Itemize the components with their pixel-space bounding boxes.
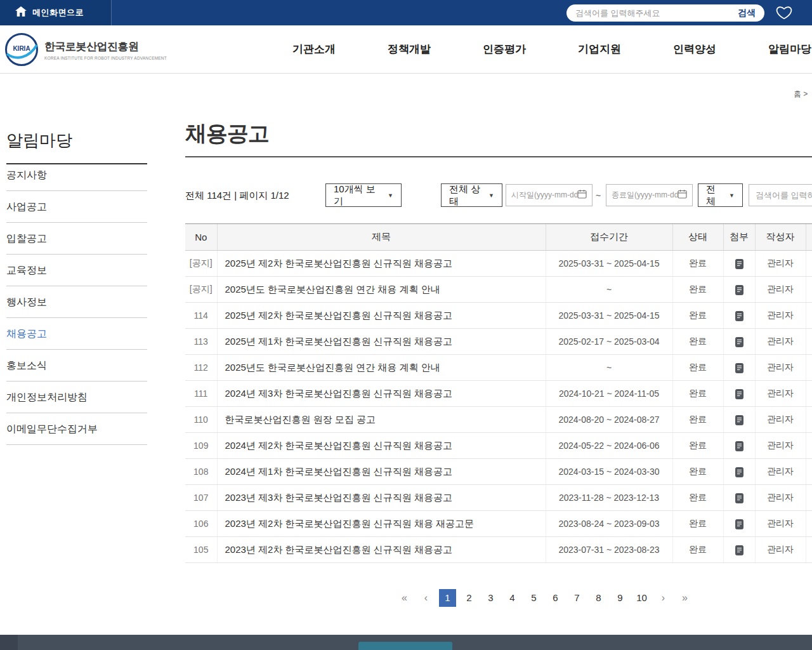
logo-subtitle: KOREA INSTITUTE FOR ROBOT INDUSTRY ADVAN… xyxy=(44,56,167,60)
nav-item-hr-training[interactable]: 인력양성 xyxy=(647,25,742,74)
row-number: 108 xyxy=(185,459,217,485)
start-date-input[interactable]: 시작일(yyyy-mm-dd) xyxy=(506,184,593,206)
post-title-link[interactable]: 2023년 제2차 한국로봇산업진흥원 신규직원 채용공고 xyxy=(217,537,546,563)
attachment-file-icon xyxy=(735,388,743,399)
page-size-select[interactable]: 10개씩 보기 ▼ xyxy=(325,183,402,207)
calendar-icon[interactable] xyxy=(577,189,587,201)
pagination-prev[interactable]: ‹ xyxy=(417,589,435,607)
attachment-file-icon xyxy=(735,414,743,425)
pagination-first[interactable]: « xyxy=(396,589,413,607)
nav-item-about[interactable]: 기관소개 xyxy=(266,25,362,74)
sidebar-item-education-info[interactable]: 교육정보 xyxy=(6,255,147,286)
nav-item-certification[interactable]: 인증평가 xyxy=(457,25,552,74)
sidebar-item-privacy-policy[interactable]: 개인정보처리방침 xyxy=(6,381,147,413)
board-row: 1062023년 제2차 한국로봇산업진흥원 신규직원 채용 재공고문2023-… xyxy=(185,511,812,537)
application-period: 2023-08-24 ~ 2023-09-03 xyxy=(546,511,672,537)
row-number: 112 xyxy=(185,355,217,381)
search-field-value: 전체 xyxy=(706,183,724,208)
site-search-button[interactable]: 검색 xyxy=(738,8,756,19)
sidebar-item-notice[interactable]: 공지사항 xyxy=(6,159,147,191)
pagination-next[interactable]: › xyxy=(655,589,672,607)
post-title-link[interactable]: 2025년도 한국로봇산업진흥원 연간 채용 계획 안내 xyxy=(217,277,546,303)
views-cell xyxy=(806,485,812,511)
logo-title: 한국로봇산업진흥원 xyxy=(44,39,167,54)
pagination-page-7[interactable]: 7 xyxy=(568,589,586,607)
pagination-page-6[interactable]: 6 xyxy=(547,589,564,607)
heart-icon[interactable] xyxy=(775,6,793,23)
application-period: 2023-11-28 ~ 2023-12-13 xyxy=(546,485,672,511)
main-navigation: 기관소개정책개발인증평가기업지원인력양성알림마당 xyxy=(266,25,812,74)
chevron-down-icon: ▼ xyxy=(388,192,393,199)
calendar-icon[interactable] xyxy=(678,189,687,201)
attachment-file-icon xyxy=(735,284,743,295)
views-cell xyxy=(806,459,812,485)
status-label: 완료 xyxy=(672,485,723,511)
status-label: 완료 xyxy=(672,251,723,277)
pagination-page-4[interactable]: 4 xyxy=(504,589,521,607)
sidebar-item-event-info[interactable]: 행사정보 xyxy=(6,286,147,318)
sidebar-item-recruitment[interactable]: 채용공고 xyxy=(6,318,147,350)
pagination-page-10[interactable]: 10 xyxy=(633,589,650,607)
post-title-link[interactable]: 2025년 제2차 한국로봇산업진흥원 신규직원 채용공고 xyxy=(217,251,546,277)
attachment-cell xyxy=(723,355,755,381)
sidebar-item-pr-news[interactable]: 홍보소식 xyxy=(6,350,147,381)
application-period: 2025-03-31 ~ 2025-04-15 xyxy=(546,303,672,329)
author-name: 관리자 xyxy=(755,511,806,537)
post-title-link[interactable]: 2024년 제3차 한국로봇산업진흥원 신규직원 채용공고 xyxy=(217,381,546,407)
status-value: 전체 상태 xyxy=(449,183,483,208)
attachment-cell xyxy=(723,537,755,563)
site-search-input[interactable] xyxy=(575,8,733,18)
row-number: 114 xyxy=(185,303,217,329)
post-title-link[interactable]: 2025년도 한국로봇산업진흥원 연간 채용 계획 안내 xyxy=(217,355,546,381)
pagination-page-5[interactable]: 5 xyxy=(525,589,542,607)
views-cell xyxy=(806,277,812,303)
sidebar-item-bid-announcement[interactable]: 입찰공고 xyxy=(6,223,147,255)
author-name: 관리자 xyxy=(755,277,806,303)
home-link[interactable]: 메인화면으로 xyxy=(0,0,112,25)
attachment-file-icon xyxy=(735,492,743,503)
column-header-attachment: 첨부 xyxy=(723,224,755,251)
home-link-label: 메인화면으로 xyxy=(32,7,84,18)
status-label: 완료 xyxy=(672,407,723,433)
row-number: [공지] xyxy=(185,251,217,277)
kiria-logo[interactable]: KIRIA 한국로봇산업진흥원 KOREA INSTITUTE FOR ROBO… xyxy=(4,32,167,67)
views-cell xyxy=(806,303,812,329)
attachment-cell xyxy=(723,511,755,537)
board-row: 1122025년도 한국로봇산업진흥원 연간 채용 계획 안내~완료관리자 xyxy=(185,355,812,381)
post-title-link[interactable]: 2024년 제2차 한국로봇산업진흥원 신규직원 채용공고 xyxy=(217,433,546,459)
keyword-search-input[interactable] xyxy=(749,184,812,206)
post-title-link[interactable]: 2023년 제2차 한국로봇산업진흥원 신규직원 채용 재공고문 xyxy=(217,511,546,537)
chevron-down-icon: ▼ xyxy=(729,192,735,199)
search-field-select[interactable]: 전체 ▼ xyxy=(698,183,743,207)
pagination-page-8[interactable]: 8 xyxy=(590,589,607,607)
column-header-views xyxy=(806,224,812,251)
sidebar-item-business-announcement[interactable]: 사업공고 xyxy=(6,191,147,223)
board-row: 1092024년 제2차 한국로봇산업진흥원 신규직원 채용공고2024-05-… xyxy=(185,433,812,459)
application-period: 2024-05-22 ~ 2024-06-06 xyxy=(546,433,672,459)
pagination-page-2[interactable]: 2 xyxy=(461,589,478,607)
post-title-link[interactable]: 2025년 제1차 한국로봇산업진흥원 신규직원 채용공고 xyxy=(217,329,546,355)
pagination-page-1[interactable]: 1 xyxy=(439,589,456,607)
post-title-link[interactable]: 2025년 제2차 한국로봇산업진흥원 신규직원 채용공고 xyxy=(217,303,546,329)
pagination-page-9[interactable]: 9 xyxy=(612,589,629,607)
nav-item-company-support[interactable]: 기업지원 xyxy=(552,25,647,74)
nav-item-news[interactable]: 알림마당 xyxy=(742,25,812,74)
post-title-link[interactable]: 2023년 제3차 한국로봇산업진흥원 신규직원 채용공고 xyxy=(217,485,546,511)
board-row: [공지]2025년도 한국로봇산업진흥원 연간 채용 계획 안내~완료관리자 xyxy=(185,277,812,303)
end-date-input[interactable]: 종료일(yyyy-mm-dd) xyxy=(606,184,693,206)
post-title-link[interactable]: 2024년 제1차 한국로봇산업진흥원 신규직원 채용공고 xyxy=(217,459,546,485)
row-number: 111 xyxy=(185,381,217,407)
sidebar-item-email-collection-refusal[interactable]: 이메일무단수집거부 xyxy=(6,413,147,445)
status-select[interactable]: 전체 상태 ▼ xyxy=(441,183,502,207)
breadcrumb[interactable]: 홈 > xyxy=(794,89,808,100)
footer-button-fragment[interactable] xyxy=(358,642,452,650)
sidebar-menu: 공지사항사업공고입찰공고교육정보행사정보채용공고홍보소식개인정보처리방침이메일무… xyxy=(6,159,147,445)
pagination-page-3[interactable]: 3 xyxy=(482,589,499,607)
post-title-link[interactable]: 한국로봇산업진흥원 원장 모집 공고 xyxy=(217,407,546,433)
application-period: 2023-07-31 ~ 2023-08-23 xyxy=(546,537,672,563)
views-cell xyxy=(806,329,812,355)
end-date-placeholder: 종료일(yyyy-mm-dd) xyxy=(612,190,678,201)
pagination-last[interactable]: » xyxy=(676,589,693,607)
nav-item-policy[interactable]: 정책개발 xyxy=(362,25,457,74)
footer-corner-block xyxy=(0,635,18,650)
